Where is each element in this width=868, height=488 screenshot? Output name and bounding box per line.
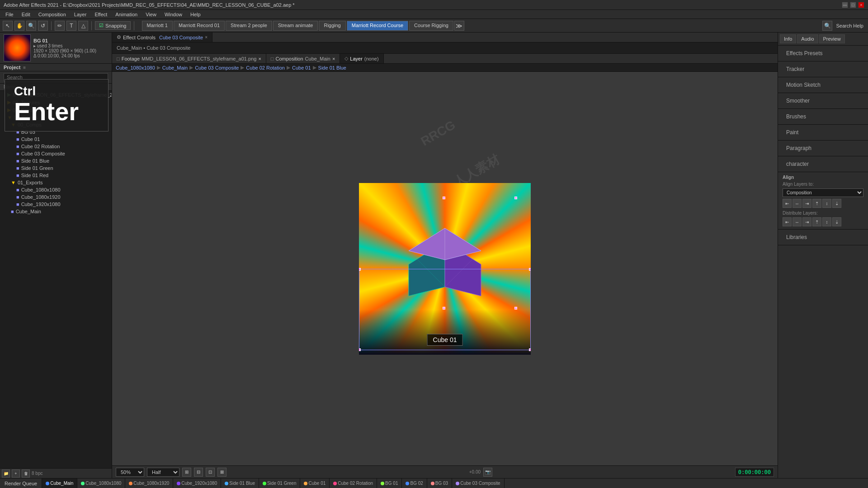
libraries-item[interactable]: Libraries [783,232,863,242]
tab-rigging[interactable]: Rigging [319,21,345,31]
align-to-select[interactable]: Composition Selection Key [783,188,863,197]
menu-layer[interactable]: Layer [71,11,90,18]
region-of-interest-btn[interactable]: ⊞ [182,468,191,477]
tab-side01green-tl[interactable]: Side 01 Green [259,479,301,488]
project-options-icon[interactable]: ≡ [23,65,26,70]
tree-comp-cube1080x1080[interactable]: ■ Cube_1080x1080 [0,186,112,193]
dist-center-h-btn[interactable]: ↔ [793,217,802,226]
tree-comp-side01blue[interactable]: ■ Side 01 Blue [0,157,112,164]
menu-view[interactable]: View [142,11,160,18]
snap-checkbox[interactable]: ☑ [99,23,104,28]
tab-cube02rotation-tl[interactable]: Cube 02 Rotation [330,479,377,488]
menu-file[interactable]: File [2,11,17,18]
tab-marriott-record01[interactable]: Marriott Record 01 [174,21,225,31]
tab-side01blue-tl[interactable]: Side 01 Blue [221,479,259,488]
minimize-button[interactable]: — [842,2,848,8]
tool-select[interactable]: ↖ [3,21,13,31]
rp-tab-preview[interactable]: Preview [819,34,845,43]
tab-stream-animate[interactable]: Stream animate [273,21,318,31]
paint-item[interactable]: Paint [783,127,863,137]
window-controls[interactable]: — □ × [842,2,864,8]
tool-hand[interactable]: ✋ [14,21,24,31]
align-center-h-btn[interactable]: ↔ [793,199,802,208]
menu-help[interactable]: Help [187,11,204,18]
dist-center-v-btn[interactable]: ↕ [822,217,831,226]
tree-comp-cubemain[interactable]: ■ Cube_Main [0,208,112,215]
align-left-btn[interactable]: ⇤ [783,199,792,208]
menu-edit[interactable]: Edit [18,11,34,18]
toggle-mask-btn[interactable]: ⊡ [206,468,215,477]
tool-pen[interactable]: ✏ [55,21,65,31]
character-item[interactable]: character [783,159,863,169]
viewer-tab-composition[interactable]: □ Composition Cube_Main × [266,54,340,63]
smoother-item[interactable]: Smoother [783,96,863,106]
project-tree[interactable]: ▶ MMD_LESSON_06_EFFECTS_styleframe_21.p.… [0,91,112,468]
bc-cube02rotation[interactable]: Cube 02 Rotation [246,65,285,70]
motion-sketch-item[interactable]: Motion Sketch [783,80,863,90]
dist-right-btn[interactable]: ⇥ [802,217,811,226]
bc-side01blue[interactable]: Side 01 Blue [318,65,346,70]
tab-cube1920x1080-tl[interactable]: Cube_1920x1080 [173,479,221,488]
bc-cube1080x1080[interactable]: Cube_1080x1080 [116,65,155,70]
footage-tab-close[interactable]: × [258,56,261,61]
toggle-guides-btn[interactable]: ⊠ [217,468,226,477]
zoom-select[interactable]: 50% 100% 25% [116,468,144,477]
tab-marriott1[interactable]: Marriott 1 [142,21,173,31]
search-button[interactable]: 🔍 [822,21,832,31]
tab-cube1080x1080-tl[interactable]: Cube_1080x1080 [77,479,125,488]
maximize-button[interactable]: □ [850,2,856,8]
new-folder-button[interactable]: 📁 [2,469,10,478]
menu-window[interactable]: Window [161,11,186,18]
quality-select[interactable]: Half Full Quarter [147,468,179,477]
tab-course-rigging[interactable]: Course Rigging [409,21,453,31]
rp-tab-audio[interactable]: Audio [797,34,818,43]
tree-comp-cube01[interactable]: ■ Cube 01 [0,136,112,143]
tab-bg02-tl[interactable]: BG 02 [402,479,427,488]
snap-toggle[interactable]: ☑ Snapping [95,21,131,30]
tool-zoom[interactable]: 🔍 [26,21,36,31]
viewer-tab-footage[interactable]: □ Footage MMD_LESSON_06_EFFECTS_stylefra… [112,54,266,63]
comp-tab-close[interactable]: × [332,56,335,61]
tree-comp-cube1920x1080[interactable]: ■ Cube_1920x1080 [0,201,112,208]
brushes-item[interactable]: Brushes [783,112,863,122]
tracker-item[interactable]: Tracker [783,64,863,74]
close-button[interactable]: × [858,2,864,8]
tree-comp-side01green[interactable]: ■ Side 01 Green [0,164,112,172]
tree-folder-exports[interactable]: ▼ 01_Exports [0,179,112,186]
menu-composition[interactable]: Composition [35,11,70,18]
align-right-btn[interactable]: ⇥ [802,199,811,208]
tab-cube01-tl[interactable]: Cube 01 [300,479,330,488]
tab-bg01-tl[interactable]: BG 01 [377,479,402,488]
tab-cube03composite-tl[interactable]: Cube 03 Composite [452,479,504,488]
menu-effect[interactable]: Effect [91,11,111,18]
tree-comp-cube02rotation[interactable]: ■ Cube 02 Rotation [0,143,112,150]
dist-left-btn[interactable]: ⇤ [783,217,792,226]
rp-tab-info[interactable]: Info [780,34,796,43]
dist-bottom-btn[interactable]: ⇣ [832,217,841,226]
tool-text[interactable]: T [66,21,76,31]
dist-top-btn[interactable]: ⇡ [812,217,821,226]
bc-cube01[interactable]: Cube 01 [292,65,311,70]
tab-render-queue[interactable]: Render Queue [0,479,42,488]
tab-stream2people[interactable]: Stream 2 people [226,21,272,31]
tree-comp-cube03composite[interactable]: ■ Cube 03 Composite [0,150,112,157]
delete-item-button[interactable]: 🗑 [22,469,30,478]
new-comp-button[interactable]: + [12,469,20,478]
viewer-tab-layer[interactable]: ◇ Layer (none) [340,54,383,63]
align-bottom-btn[interactable]: ⇣ [832,199,841,208]
tool-shape[interactable]: △ [78,21,88,31]
bc-cube03composite[interactable]: Cube 03 Composite [195,65,239,70]
tree-comp-cube1080x1920[interactable]: ■ Cube_1080x1920 [0,193,112,201]
tool-rotate[interactable]: ↺ [38,21,48,31]
snapshot-btn[interactable]: 📷 [483,468,492,477]
tree-comp-side01red[interactable]: ■ Side 01 Red [0,172,112,179]
tab-bg03-tl[interactable]: BG 03 [427,479,452,488]
effect-controls-close[interactable]: × [205,35,208,40]
paragraph-item[interactable]: Paragraph [783,143,863,153]
tab-cube1080x1920-tl[interactable]: Cube_1080x1920 [125,479,173,488]
transparency-grid-btn[interactable]: ⊟ [194,468,203,477]
panel-tab-effect-controls[interactable]: ⚙ Effect Controls Cube 03 Composite × [112,33,212,42]
more-tabs-button[interactable]: ≫ [454,21,464,31]
bc-cubemain[interactable]: Cube_Main [162,65,188,70]
tab-cubemain-tl[interactable]: Cube_Main [42,479,77,488]
